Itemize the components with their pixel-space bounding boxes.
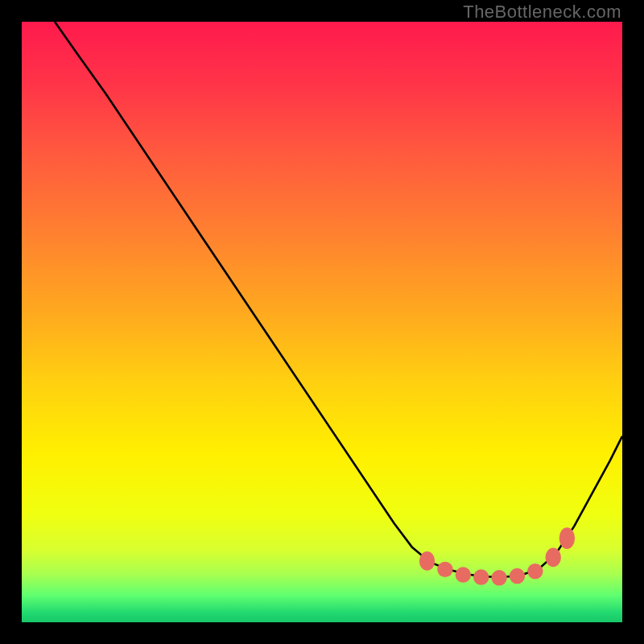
plot-area [22,22,622,622]
data-marker [456,567,471,582]
data-marker [510,568,525,584]
data-markers [419,527,575,585]
data-marker [473,569,489,584]
curve-layer [22,22,622,622]
data-marker [437,562,452,577]
chart-container: TheBottleneck.com [0,0,644,644]
data-marker [527,564,543,579]
data-marker [419,551,435,571]
bottleneck-curve [55,22,622,577]
watermark: TheBottleneck.com [463,2,621,23]
data-marker [491,570,506,585]
data-marker [546,547,561,567]
data-marker [559,527,575,549]
